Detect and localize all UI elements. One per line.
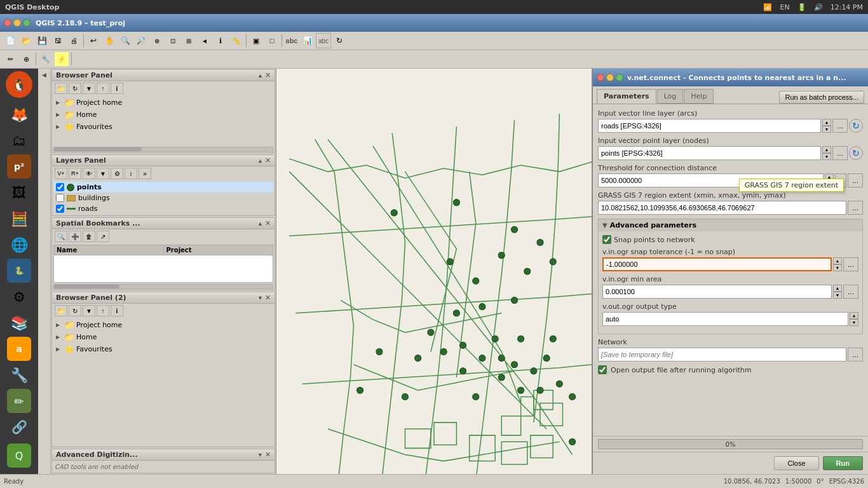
- advanced-params-header[interactable]: ▼ Advanced parameters: [599, 219, 862, 231]
- network-browse-btn[interactable]: …: [848, 348, 863, 362]
- tb-measure[interactable]: 📏: [229, 33, 244, 48]
- dock-icon-firefox[interactable]: 🦊: [7, 102, 31, 126]
- run-button[interactable]: Run: [823, 456, 863, 470]
- grass-region-input[interactable]: [598, 201, 846, 215]
- lp-tb-add-raster[interactable]: R+: [69, 168, 81, 179]
- tb-print[interactable]: 🖨: [66, 33, 81, 48]
- st-down[interactable]: ▼: [833, 264, 842, 271]
- run-batch-button[interactable]: Run as batch process...: [779, 91, 864, 104]
- thr-browse-btn[interactable]: …: [848, 173, 863, 187]
- ivp-up-arrow[interactable]: ▲: [822, 146, 831, 153]
- layer-points[interactable]: points: [53, 182, 273, 193]
- layer-roads-checkbox[interactable]: [56, 205, 64, 213]
- win-btn-max[interactable]: [23, 19, 31, 27]
- ivl-refresh-btn[interactable]: ↻: [849, 119, 863, 133]
- tb-label[interactable]: abc: [284, 33, 299, 48]
- ivl-up-arrow[interactable]: ▲: [822, 119, 831, 126]
- sbp-export[interactable]: ↗: [97, 231, 109, 242]
- grass-region-browse-btn[interactable]: …: [848, 201, 863, 215]
- ivl-down-arrow[interactable]: ▼: [822, 126, 831, 133]
- tb-save[interactable]: 💾: [34, 33, 50, 48]
- tb-zoom-layer[interactable]: ⊡: [165, 33, 180, 48]
- lp-close[interactable]: ✕: [265, 156, 271, 165]
- grass-btn-close[interactable]: [597, 74, 604, 81]
- tb-open[interactable]: 📂: [18, 33, 34, 48]
- layer-points-checkbox[interactable]: [56, 183, 64, 191]
- dock-icon-edit2[interactable]: ✏: [7, 389, 31, 413]
- strip-btn1[interactable]: ◀: [39, 70, 50, 80]
- browser-item-project-home[interactable]: ▶ 📁 Project home: [53, 97, 273, 109]
- ot-down[interactable]: ▼: [850, 319, 858, 326]
- bp2-add[interactable]: 📁: [55, 305, 67, 316]
- bp2-info[interactable]: i: [111, 305, 123, 316]
- ivp-browse-btn[interactable]: …: [832, 146, 848, 160]
- layer-buildings-checkbox[interactable]: [56, 194, 64, 202]
- dock-icon-p[interactable]: p²: [7, 154, 31, 179]
- browser-panel-icons[interactable]: ▲ ✕: [257, 71, 271, 79]
- ivp-refresh-btn[interactable]: ↻: [849, 146, 863, 160]
- tb-zoom-selection[interactable]: ⊞: [181, 33, 196, 48]
- grass-btn-min[interactable]: [606, 74, 614, 81]
- tb-save-as[interactable]: 🖫: [50, 33, 65, 48]
- bp-tb-filter[interactable]: ▼: [83, 83, 95, 94]
- ot-up[interactable]: ▲: [850, 312, 858, 319]
- dock-icon-settings[interactable]: ⚙: [7, 285, 31, 309]
- bp2-item-favourites[interactable]: ▶ ⭐ Favourites: [53, 343, 273, 355]
- tb-refresh[interactable]: ↻: [332, 33, 347, 48]
- browser-hscrollbar[interactable]: [53, 147, 273, 152]
- tb-zoom-out[interactable]: 🔎: [133, 33, 149, 48]
- tab-parameters[interactable]: Parameters: [597, 89, 656, 104]
- snap-tolerance-input[interactable]: [602, 257, 832, 271]
- tb-digitize[interactable]: ⊕: [18, 51, 34, 67]
- tab-help[interactable]: Help: [684, 89, 714, 104]
- dock-icon-calc[interactable]: 🧮: [7, 207, 31, 231]
- grass-win-buttons[interactable]: [597, 74, 623, 81]
- lp-tb-show[interactable]: 👁: [83, 168, 95, 179]
- tb-plugin2[interactable]: ⚡: [54, 51, 69, 67]
- adp-toggle[interactable]: ▼: [257, 451, 263, 459]
- bp-tb-add[interactable]: 📁: [55, 83, 67, 94]
- tb-zoom-prev[interactable]: ◄: [197, 33, 212, 48]
- st-browse[interactable]: …: [843, 257, 858, 271]
- tb-diagram[interactable]: 📊: [300, 33, 315, 48]
- tb-edit[interactable]: ✏: [3, 51, 18, 67]
- dock-icon-amazon[interactable]: a: [7, 337, 31, 361]
- close-button[interactable]: Close: [774, 456, 818, 470]
- tab-log[interactable]: Log: [657, 89, 684, 104]
- lp-tb-add-vector[interactable]: V+: [55, 168, 67, 179]
- dock-icon-ubuntu[interactable]: 🐧: [6, 71, 32, 98]
- grass-btn-max[interactable]: [616, 74, 623, 81]
- dock-icon-network[interactable]: 🔗: [7, 415, 31, 439]
- lp-tb-expand[interactable]: ↕: [125, 168, 137, 179]
- browser-item-home[interactable]: ▶ 📁 Home: [53, 109, 273, 121]
- open-output-checkbox[interactable]: [598, 365, 607, 374]
- dock-icon-files[interactable]: 🗂: [7, 128, 31, 152]
- tb-new[interactable]: 📄: [3, 33, 18, 48]
- dock-icon-book[interactable]: 📚: [7, 311, 31, 335]
- network-input[interactable]: [598, 348, 846, 362]
- adp-close[interactable]: ✕: [265, 451, 271, 459]
- tb-select[interactable]: ▣: [248, 33, 264, 48]
- ma-down[interactable]: ▼: [833, 292, 842, 299]
- min-area-input[interactable]: [602, 285, 832, 299]
- dock-icon-python[interactable]: 🐍: [7, 259, 31, 283]
- tb-zoom-in[interactable]: 🔍: [118, 33, 133, 48]
- bp2-filter[interactable]: ▼: [83, 305, 95, 316]
- bp2-toggle[interactable]: ▼: [257, 294, 263, 302]
- sbp-toggle[interactable]: ▲: [257, 219, 263, 227]
- dock-icon-image[interactable]: 🖼: [7, 180, 31, 205]
- bp-tb-info[interactable]: i: [111, 83, 123, 94]
- ivl-browse-btn[interactable]: …: [832, 119, 848, 133]
- bp2-refresh[interactable]: ↻: [69, 305, 81, 316]
- bp-toggle[interactable]: ▲: [257, 71, 263, 79]
- lp-tb-manage[interactable]: ⚙: [111, 168, 123, 179]
- sbp-add[interactable]: ➕: [69, 231, 81, 242]
- sbp-close[interactable]: ✕: [265, 219, 271, 227]
- dock-icon-globe[interactable]: 🌐: [7, 233, 31, 257]
- win-buttons[interactable]: [4, 19, 31, 27]
- sbp-search[interactable]: 🔍: [55, 231, 67, 242]
- bp-close[interactable]: ✕: [265, 71, 271, 79]
- tb-plugin1[interactable]: 🔧: [38, 51, 53, 67]
- output-type-select[interactable]: autopointlinearea: [602, 312, 848, 326]
- win-btn-min[interactable]: [13, 19, 21, 27]
